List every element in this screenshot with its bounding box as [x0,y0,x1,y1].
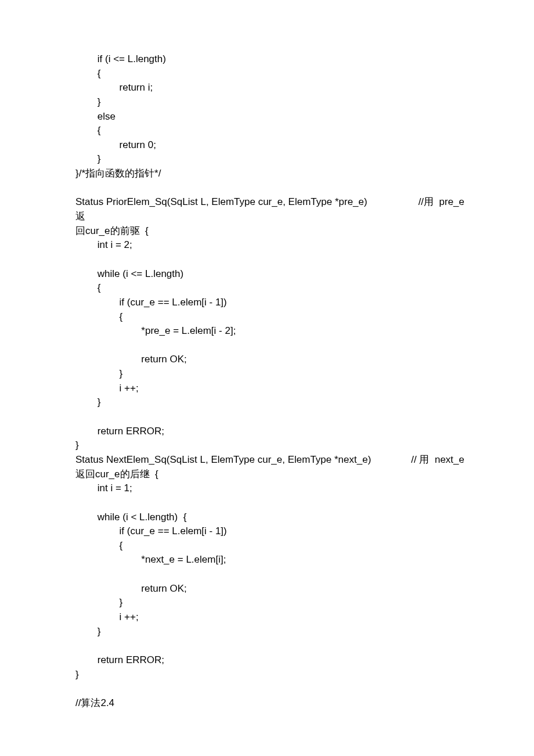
code-block-2: 回cur_e的前驱 { int i = 2; while (i <= L.len… [75,224,464,453]
sig-comment: //用 pre_e [418,195,464,210]
sig-comment: // 用 next_e [411,453,464,467]
document-page: if (i <= L.length) { return i; } else { … [0,0,534,756]
code-block-1: if (i <= L.length) { return i; } else { … [75,52,464,181]
blank-line-1 [75,181,464,196]
function-sig-prior: Status PriorElem_Sq(SqList L, ElemType c… [75,195,464,210]
code-block-3: 返回cur_e的后继 { int i = 1; while (i < L.len… [75,467,464,711]
sig-left: Status NextElem_Sq(SqList L, ElemType cu… [75,453,411,467]
sig1-tail: 返 [75,210,464,224]
sig-left: Status PriorElem_Sq(SqList L, ElemType c… [75,195,418,210]
function-sig-next: Status NextElem_Sq(SqList L, ElemType cu… [75,453,464,467]
